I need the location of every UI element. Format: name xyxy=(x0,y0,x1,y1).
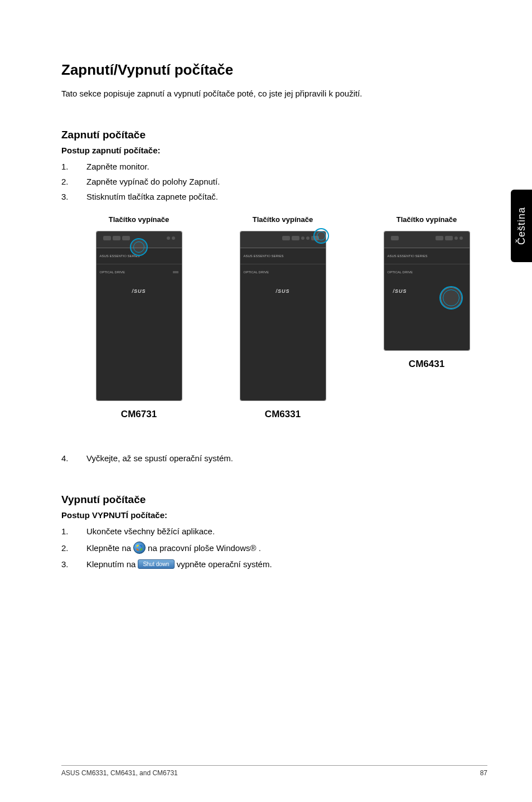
asus-logo: /SUS xyxy=(275,288,289,294)
port-icon xyxy=(306,236,309,240)
step-text: Klepnutím na Shut down vypněte operační … xyxy=(86,559,272,569)
step-number: 1. xyxy=(61,162,86,171)
step-text: Vyčkejte, až se spustí operační systém. xyxy=(86,453,233,463)
tower-body: /SUS xyxy=(240,279,326,400)
power-off-subheading: Postup VYPNUTÍ počítače: xyxy=(61,510,487,520)
port-icon xyxy=(454,236,458,240)
tower-band: ASUS ESSENTIO SERIES xyxy=(240,248,326,264)
top-ports xyxy=(247,235,319,241)
port-icon xyxy=(103,236,111,240)
power-on-subheading: Postup zapnutí počítače: xyxy=(61,146,487,155)
step2-before: Klepněte na xyxy=(86,543,131,553)
diagrams-row: Tlačítko vypínače ASUS ESSENTIO SERIES xyxy=(78,215,487,420)
step-number: 1. xyxy=(61,526,86,536)
power-off-steps: 1. Ukončete všechny běžící aplikace. 2. … xyxy=(61,526,487,569)
step-text: Ukončete všechny běžící aplikace. xyxy=(86,526,215,536)
tower-illustration: ASUS ESSENTIO SERIES OPTICAL DRIVE /SUS xyxy=(96,231,182,401)
port-icon xyxy=(122,236,130,240)
tower-band: ASUS ESSENTIO SERIES xyxy=(384,248,470,264)
step-text: Klepněte na na pracovní ploše Windows® . xyxy=(86,542,261,554)
port-icon xyxy=(460,236,463,240)
step-number: 3. xyxy=(61,192,86,201)
tower-illustration: ASUS ESSENTIO SERIES OPTICAL DRIVE /SUS xyxy=(240,231,326,401)
port-icon xyxy=(445,236,453,240)
list-item: 4. Vyčkejte, až se spustí operační systé… xyxy=(61,453,487,463)
step-text: Stisknutím tlačítka zapnete počítač. xyxy=(86,192,218,201)
step3-after: vypněte operační systém. xyxy=(177,559,272,569)
power-on-steps: 1. Zapněte monitor. 2. Zapněte vypínač d… xyxy=(61,162,487,201)
tower-top xyxy=(384,231,470,248)
diagram-cm6431: Tlačítko vypínače ASUS ESSENTIO SERIES O… xyxy=(366,215,487,420)
windows-start-icon xyxy=(133,542,146,554)
page-title: Zapnutí/Vypnutí počítače xyxy=(61,61,487,79)
step-number: 4. xyxy=(61,453,86,463)
tower-illustration: ASUS ESSENTIO SERIES OPTICAL DRIVE /SUS xyxy=(384,231,470,351)
diagram-cm6331: Tlačítko vypínače ASUS ESSENTIO SERIES O… xyxy=(222,215,344,420)
port-icon xyxy=(436,236,443,240)
power-button-highlight-icon xyxy=(130,238,148,256)
step2-after: na pracovní ploše Windows® . xyxy=(148,543,261,553)
list-item: 1. Zapněte monitor. xyxy=(61,162,487,171)
asus-logo: /SUS xyxy=(393,288,407,294)
tower-top xyxy=(96,231,182,248)
tower-band: OPTICAL DRIVE xyxy=(384,264,470,279)
tower-band: OPTICAL DRIVE xyxy=(96,264,182,279)
top-ports xyxy=(391,235,463,241)
port-icon xyxy=(172,236,175,240)
list-item: 3. Klepnutím na Shut down vypněte operač… xyxy=(61,559,487,569)
power-button-highlight-icon xyxy=(439,286,463,310)
step-number: 3. xyxy=(61,559,86,569)
page-content: Zapnutí/Vypnutí počítače Tato sekce popi… xyxy=(0,0,532,802)
step3-before: Klepnutím na xyxy=(86,559,136,569)
step-text: Zapněte monitor. xyxy=(86,162,149,171)
band-text: OPTICAL DRIVE xyxy=(100,270,125,274)
step-text: Zapněte vypínač do polohy Zapnutí. xyxy=(86,177,220,186)
power-on-heading: Zapnutí počítače xyxy=(61,129,487,141)
model-name: CM6431 xyxy=(409,359,444,370)
diagram-label: Tlačítko vypínače xyxy=(396,215,457,225)
power-button-highlight-icon xyxy=(313,228,329,244)
port-icon xyxy=(167,236,170,240)
list-item: 2. Klepněte na na pracovní ploše Windows… xyxy=(61,542,487,554)
shutdown-button-icon: Shut down xyxy=(138,559,174,569)
tower-body: /SUS xyxy=(384,279,470,350)
list-item: 1. Ukončete všechny běžící aplikace. xyxy=(61,526,487,536)
port-icon xyxy=(292,236,299,240)
asus-logo: /SUS xyxy=(132,288,146,294)
footer-left: ASUS CM6331, CM6431, and CM6731 xyxy=(61,769,178,777)
model-name: CM6331 xyxy=(265,409,301,420)
list-item: 3. Stisknutím tlačítka zapnete počítač. xyxy=(61,192,487,201)
diagram-label: Tlačítko vypínače xyxy=(253,215,313,225)
drive-slot-icon xyxy=(173,271,178,273)
tower-body: /SUS xyxy=(96,279,182,400)
tower-band: OPTICAL DRIVE xyxy=(240,264,326,279)
diagram-cm6731: Tlačítko vypínače ASUS ESSENTIO SERIES xyxy=(78,215,200,420)
page-footer: ASUS CM6331, CM6431, and CM6731 87 xyxy=(61,765,487,777)
port-icon xyxy=(113,236,120,240)
port-icon xyxy=(391,236,399,240)
tower-top xyxy=(240,231,326,248)
port-icon xyxy=(301,236,304,240)
model-name: CM6731 xyxy=(121,409,157,420)
intro-text: Tato sekce popisuje zapnutí a vypnutí po… xyxy=(61,89,487,98)
step-number: 2. xyxy=(61,177,86,186)
list-item: 2. Zapněte vypínač do polohy Zapnutí. xyxy=(61,177,487,186)
power-on-after-steps: 4. Vyčkejte, až se spustí operační systé… xyxy=(61,453,487,463)
diagram-label: Tlačítko vypínače xyxy=(109,215,169,225)
port-icon xyxy=(282,236,290,240)
step-number: 2. xyxy=(61,543,86,553)
power-off-heading: Vypnutí počítače xyxy=(61,494,487,506)
footer-page-number: 87 xyxy=(480,769,487,777)
